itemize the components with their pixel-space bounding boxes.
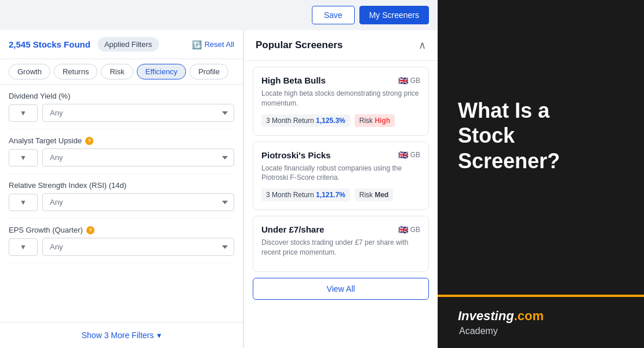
show-more-label: Show 3 More Filters [82,331,154,340]
risk-value-high-beta: High [374,117,390,125]
risk-badge-piotroski: Risk Med [355,188,394,201]
popular-screeners-title: Popular Screeners [256,39,343,51]
academy-label: Academy [458,326,624,336]
card-header-high-beta: High Beta Bulls 🇬🇧 GB [261,75,420,85]
screeners-body: High Beta Bulls 🇬🇧 GB Locate high beta s… [244,61,438,348]
return-value-high-beta: 1,125.3% [316,117,345,125]
card-header-under-7: Under £7/share 🇬🇧 GB [261,224,420,234]
reset-all-button[interactable]: 🔃 Reset All [192,40,234,49]
chevron-down-icon: ▾ [157,331,161,340]
tab-efficiency[interactable]: Efficiency [137,64,186,79]
country-code-under-7: GB [410,226,420,234]
brand-name: Investing [458,309,514,324]
top-toolbar: Save My Screeners [0,0,438,30]
card-header-piotroski: Piotroski's Picks 🇬🇧 GB [261,150,420,160]
screener-country-piotroski: 🇬🇧 GB [398,150,420,160]
filter-label-row: Dividend Yield (%) [9,92,234,100]
screener-badges-piotroski: 3 Month Return 1,121.7% Risk Med [261,188,420,201]
country-code-high-beta: GB [410,77,420,85]
screener-desc-under-7: Discover stocks trading under £7 per sha… [261,238,420,258]
headline-line1: What Is a [458,98,560,123]
filter-label-row-rsi: Relative Strength Index (RSI) (14d) [9,181,234,190]
reset-icon: 🔃 [192,40,202,49]
collapse-screeners-button[interactable]: ∧ [419,39,426,52]
filter-input-row-eps: ▼ Any [9,238,234,256]
stocks-found: 2,545 Stocks Found [9,39,90,49]
screener-card-piotroski[interactable]: Piotroski's Picks 🇬🇧 GB Locate financial… [253,142,429,211]
filter-value-eps[interactable]: Any [42,238,234,256]
investing-logo: Investing . com [458,309,624,324]
filter-label-row-analyst: Analyst Target Upside ? [9,136,234,145]
gb-flag-icon: 🇬🇧 [398,76,408,85]
filter-row-dividend-yield: Dividend Yield (%) ▼ Any [9,85,234,129]
my-screeners-button[interactable]: My Screeners [359,6,429,24]
filter-value-analyst[interactable]: Any [42,148,234,166]
country-code-piotroski: GB [410,151,420,159]
filters-header: 2,545 Stocks Found Applied Filters 🔃 Res… [0,30,243,59]
screener-desc-piotroski: Locate financially robust companies usin… [261,164,420,183]
save-button[interactable]: Save [312,6,355,24]
main-content: 2,545 Stocks Found Applied Filters 🔃 Res… [0,30,438,348]
info-icon-analyst: ? [85,137,93,145]
screener-country-high-beta: 🇬🇧 GB [398,76,420,85]
tab-growth[interactable]: Growth [9,64,50,79]
gb-flag-icon-3: 🇬🇧 [398,225,408,234]
filter-input-row-analyst: ▼ Any [9,148,234,166]
filter-row-rsi: Relative Strength Index (RSI) (14d) ▼ An… [9,174,234,219]
right-panel-content: What Is a Stock Screener? [438,0,644,295]
filter-value-dividend-yield[interactable]: Any [42,104,234,122]
filter-operator-analyst[interactable]: ▼ [9,149,38,166]
screener-country-under-7: 🇬🇧 GB [398,225,420,234]
academy-text: Academy [459,326,498,336]
filter-operator-rsi[interactable]: ▼ [9,194,38,211]
filter-label-row-eps: EPS Growth (Quarter) ? [9,226,234,234]
filters-body: Dividend Yield (%) ▼ Any Analyst Tar [0,85,243,322]
tab-risk[interactable]: Risk [101,64,133,79]
headline-line3: Screener? [458,148,560,173]
return-value-piotroski: 1,121.7% [316,191,345,199]
headline-line2: Stock [458,123,560,148]
tab-profile[interactable]: Profile [190,64,228,79]
brand-com: com [518,309,544,324]
filter-row-analyst-target: Analyst Target Upside ? ▼ Any [9,129,234,174]
filter-row-eps-growth: EPS Growth (Quarter) ? ▼ Any [9,219,234,263]
reset-all-label: Reset All [205,40,234,49]
filters-panel: 2,545 Stocks Found Applied Filters 🔃 Res… [0,30,243,348]
info-icon-eps: ? [86,226,94,234]
screener-name-piotroski: Piotroski's Picks [261,150,330,160]
category-tabs: Growth Returns Risk Efficiency Profile [0,59,243,85]
right-panel-bottom: Investing . com Academy [438,295,644,348]
screener-panel: Save My Screeners 2,545 Stocks Found App… [0,0,438,348]
screener-card-high-beta-bulls[interactable]: High Beta Bulls 🇬🇧 GB Locate high beta s… [253,67,429,136]
filter-operator-eps[interactable]: ▼ [9,238,38,256]
right-panel: What Is a Stock Screener? Investing . co… [438,0,644,348]
filter-label-analyst-target: Analyst Target Upside [9,136,82,145]
screener-badges-high-beta: 3 Month Return 1,125.3% Risk High [261,114,420,127]
screeners-panel: Popular Screeners ∧ High Beta Bulls 🇬🇧 G… [243,30,438,348]
screener-name-under-7: Under £7/share [261,224,324,234]
screener-name-high-beta: High Beta Bulls [261,75,326,85]
screener-card-under-7[interactable]: Under £7/share 🇬🇧 GB Discover stocks tra… [253,216,429,272]
tab-returns[interactable]: Returns [54,64,98,79]
headline-text: What Is a Stock Screener? [458,98,560,173]
filter-label-dividend-yield: Dividend Yield (%) [9,92,70,100]
show-more-filters-button[interactable]: Show 3 More Filters ▾ [0,322,243,348]
filter-label-eps-growth: EPS Growth (Quarter) [9,226,83,234]
gb-flag-icon-2: 🇬🇧 [398,150,408,160]
filter-input-row-rsi: ▼ Any [9,193,234,211]
screeners-header: Popular Screeners ∧ [244,30,438,61]
filter-value-rsi[interactable]: Any [42,193,234,211]
view-all-button[interactable]: View All [253,278,429,300]
risk-value-piotroski: Med [374,191,388,199]
applied-filters-button[interactable]: Applied Filters [97,37,159,52]
return-badge-piotroski: 3 Month Return 1,121.7% [261,188,350,201]
filter-label-rsi: Relative Strength Index (RSI) (14d) [9,181,126,190]
return-badge-high-beta: 3 Month Return 1,125.3% [261,114,350,127]
filter-input-row-dividend-yield: ▼ Any [9,104,234,122]
risk-badge-high-beta: Risk High [355,114,395,127]
screener-desc-high-beta: Locate high beta stocks demonstrating st… [261,89,420,108]
filter-operator-dividend-yield[interactable]: ▼ [9,104,38,122]
